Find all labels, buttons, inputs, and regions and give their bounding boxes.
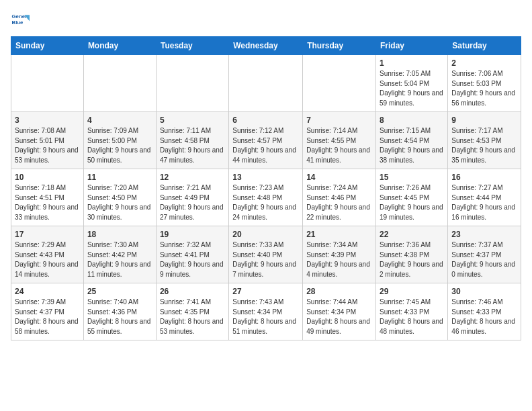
day-info: Sunrise: 7:20 AM Sunset: 4:50 PM Dayligh…: [87, 183, 152, 222]
day-info: Sunrise: 7:06 AM Sunset: 5:03 PM Dayligh…: [451, 69, 517, 108]
day-info: Sunrise: 7:36 AM Sunset: 4:38 PM Dayligh…: [380, 240, 444, 279]
day-number: 18: [87, 230, 152, 239]
calendar-cell: 27Sunrise: 7:43 AM Sunset: 4:34 PM Dayli…: [229, 283, 303, 340]
calendar-cell: 12Sunrise: 7:21 AM Sunset: 4:49 PM Dayli…: [156, 169, 228, 226]
calendar-week-row: 10Sunrise: 7:18 AM Sunset: 4:51 PM Dayli…: [11, 169, 521, 226]
calendar-cell: 23Sunrise: 7:37 AM Sunset: 4:37 PM Dayli…: [448, 226, 521, 283]
day-number: 2: [451, 58, 517, 68]
weekday-header: Sunday: [11, 37, 84, 55]
day-number: 12: [160, 173, 225, 182]
day-info: Sunrise: 7:26 AM Sunset: 4:45 PM Dayligh…: [380, 183, 444, 222]
day-info: Sunrise: 7:23 AM Sunset: 4:48 PM Dayligh…: [232, 183, 299, 222]
day-info: Sunrise: 7:37 AM Sunset: 4:37 PM Dayligh…: [451, 240, 517, 279]
day-info: Sunrise: 7:24 AM Sunset: 4:46 PM Dayligh…: [306, 183, 372, 222]
day-info: Sunrise: 7:39 AM Sunset: 4:37 PM Dayligh…: [15, 298, 80, 336]
calendar-cell: 16Sunrise: 7:27 AM Sunset: 4:44 PM Dayli…: [448, 169, 521, 226]
day-info: Sunrise: 7:46 AM Sunset: 4:33 PM Dayligh…: [451, 298, 517, 336]
calendar-cell: 26Sunrise: 7:41 AM Sunset: 4:35 PM Dayli…: [156, 283, 228, 340]
day-number: 27: [232, 287, 299, 296]
weekday-header: Tuesday: [156, 37, 228, 55]
day-number: 29: [380, 287, 444, 296]
day-info: Sunrise: 7:09 AM Sunset: 5:00 PM Dayligh…: [87, 126, 152, 165]
weekday-header: Friday: [376, 37, 448, 55]
calendar-header: SundayMondayTuesdayWednesdayThursdayFrid…: [11, 37, 521, 55]
weekday-header: Saturday: [448, 37, 521, 55]
calendar-cell: 11Sunrise: 7:20 AM Sunset: 4:50 PM Dayli…: [83, 169, 156, 226]
calendar-cell: [156, 55, 228, 112]
calendar-cell: 4Sunrise: 7:09 AM Sunset: 5:00 PM Daylig…: [83, 112, 156, 169]
calendar-cell: 13Sunrise: 7:23 AM Sunset: 4:48 PM Dayli…: [229, 169, 303, 226]
day-number: 22: [380, 230, 444, 239]
calendar-cell: 25Sunrise: 7:40 AM Sunset: 4:36 PM Dayli…: [83, 283, 156, 340]
day-number: 21: [306, 230, 372, 239]
weekday-header: Thursday: [303, 37, 376, 55]
day-info: Sunrise: 7:40 AM Sunset: 4:36 PM Dayligh…: [87, 298, 152, 336]
calendar-cell: 17Sunrise: 7:29 AM Sunset: 4:43 PM Dayli…: [11, 226, 84, 283]
calendar-cell: 15Sunrise: 7:26 AM Sunset: 4:45 PM Dayli…: [376, 169, 448, 226]
day-info: Sunrise: 7:44 AM Sunset: 4:34 PM Dayligh…: [306, 298, 372, 336]
calendar-cell: 18Sunrise: 7:30 AM Sunset: 4:42 PM Dayli…: [83, 226, 156, 283]
day-info: Sunrise: 7:11 AM Sunset: 4:58 PM Dayligh…: [160, 126, 225, 165]
day-number: 6: [232, 116, 299, 125]
day-info: Sunrise: 7:18 AM Sunset: 4:51 PM Dayligh…: [15, 183, 80, 222]
calendar-cell: 10Sunrise: 7:18 AM Sunset: 4:51 PM Dayli…: [11, 169, 84, 226]
day-info: Sunrise: 7:14 AM Sunset: 4:55 PM Dayligh…: [306, 126, 372, 165]
day-number: 23: [451, 230, 517, 239]
day-info: Sunrise: 7:45 AM Sunset: 4:33 PM Dayligh…: [380, 298, 444, 336]
day-info: Sunrise: 7:41 AM Sunset: 4:35 PM Dayligh…: [160, 298, 225, 336]
day-info: Sunrise: 7:30 AM Sunset: 4:42 PM Dayligh…: [87, 240, 152, 279]
svg-text:Blue: Blue: [12, 19, 24, 26]
day-number: 4: [87, 116, 152, 125]
day-info: Sunrise: 7:17 AM Sunset: 4:53 PM Dayligh…: [451, 126, 517, 165]
logo: General Blue: [11, 11, 30, 30]
calendar-cell: 2Sunrise: 7:06 AM Sunset: 5:03 PM Daylig…: [448, 55, 521, 112]
day-info: Sunrise: 7:05 AM Sunset: 5:04 PM Dayligh…: [380, 69, 444, 108]
day-info: Sunrise: 7:34 AM Sunset: 4:39 PM Dayligh…: [306, 240, 372, 279]
weekday-header: Monday: [83, 37, 156, 55]
day-info: Sunrise: 7:33 AM Sunset: 4:40 PM Dayligh…: [232, 240, 299, 279]
calendar-cell: [11, 55, 84, 112]
day-info: Sunrise: 7:15 AM Sunset: 4:54 PM Dayligh…: [380, 126, 444, 165]
day-number: 7: [306, 116, 372, 125]
day-number: 10: [15, 173, 80, 182]
calendar-cell: [303, 55, 376, 112]
calendar-week-row: 24Sunrise: 7:39 AM Sunset: 4:37 PM Dayli…: [11, 283, 521, 340]
calendar-cell: 19Sunrise: 7:32 AM Sunset: 4:41 PM Dayli…: [156, 226, 228, 283]
day-number: 19: [160, 230, 225, 239]
day-number: 13: [232, 173, 299, 182]
calendar-week-row: 17Sunrise: 7:29 AM Sunset: 4:43 PM Dayli…: [11, 226, 521, 283]
calendar-cell: 24Sunrise: 7:39 AM Sunset: 4:37 PM Dayli…: [11, 283, 84, 340]
day-number: 24: [15, 287, 80, 296]
day-number: 11: [87, 173, 152, 182]
day-number: 25: [87, 287, 152, 296]
day-number: 14: [306, 173, 372, 182]
day-info: Sunrise: 7:29 AM Sunset: 4:43 PM Dayligh…: [15, 240, 80, 279]
day-number: 28: [306, 287, 372, 296]
day-number: 26: [160, 287, 225, 296]
calendar-cell: 6Sunrise: 7:12 AM Sunset: 4:57 PM Daylig…: [229, 112, 303, 169]
calendar-cell: 9Sunrise: 7:17 AM Sunset: 4:53 PM Daylig…: [448, 112, 521, 169]
calendar-cell: 14Sunrise: 7:24 AM Sunset: 4:46 PM Dayli…: [303, 169, 376, 226]
weekday-header: Wednesday: [229, 37, 303, 55]
day-info: Sunrise: 7:12 AM Sunset: 4:57 PM Dayligh…: [232, 126, 299, 165]
calendar-cell: 21Sunrise: 7:34 AM Sunset: 4:39 PM Dayli…: [303, 226, 376, 283]
calendar-cell: 20Sunrise: 7:33 AM Sunset: 4:40 PM Dayli…: [229, 226, 303, 283]
day-number: 16: [451, 173, 517, 182]
calendar-cell: 22Sunrise: 7:36 AM Sunset: 4:38 PM Dayli…: [376, 226, 448, 283]
day-number: 1: [380, 58, 444, 68]
day-info: Sunrise: 7:32 AM Sunset: 4:41 PM Dayligh…: [160, 240, 225, 279]
calendar-cell: 29Sunrise: 7:45 AM Sunset: 4:33 PM Dayli…: [376, 283, 448, 340]
calendar-cell: 28Sunrise: 7:44 AM Sunset: 4:34 PM Dayli…: [303, 283, 376, 340]
day-number: 20: [232, 230, 299, 239]
day-info: Sunrise: 7:08 AM Sunset: 5:01 PM Dayligh…: [15, 126, 80, 165]
calendar-cell: 5Sunrise: 7:11 AM Sunset: 4:58 PM Daylig…: [156, 112, 228, 169]
day-number: 30: [451, 287, 517, 296]
calendar-week-row: 3Sunrise: 7:08 AM Sunset: 5:01 PM Daylig…: [11, 112, 521, 169]
day-info: Sunrise: 7:21 AM Sunset: 4:49 PM Dayligh…: [160, 183, 225, 222]
day-info: Sunrise: 7:43 AM Sunset: 4:34 PM Dayligh…: [232, 298, 299, 336]
calendar-week-row: 1Sunrise: 7:05 AM Sunset: 5:04 PM Daylig…: [11, 55, 521, 112]
calendar-cell: [229, 55, 303, 112]
day-number: 9: [451, 116, 517, 125]
calendar-cell: 30Sunrise: 7:46 AM Sunset: 4:33 PM Dayli…: [448, 283, 521, 340]
day-number: 8: [380, 116, 444, 125]
